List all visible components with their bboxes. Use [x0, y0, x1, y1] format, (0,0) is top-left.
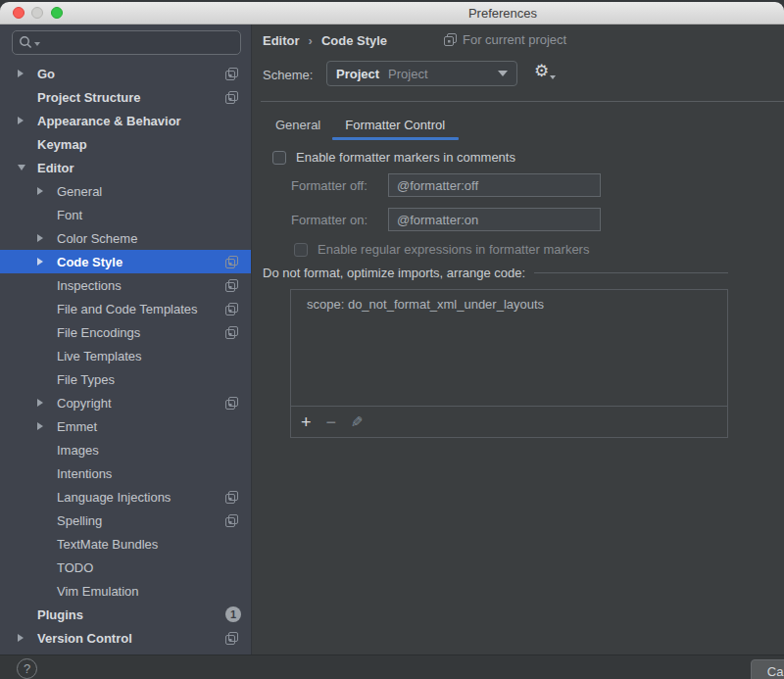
expand-arrow-icon[interactable] — [18, 117, 24, 124]
sidebar-item-label: Go — [37, 67, 55, 81]
sidebar-item-intentions[interactable]: Intentions — [0, 461, 251, 485]
per-project-icon — [225, 397, 238, 410]
do-not-format-label: Do not format, optimize imports, arrange… — [263, 266, 525, 280]
plugins-badge: 1 — [225, 606, 241, 622]
expand-arrow-icon[interactable] — [37, 234, 43, 242]
sidebar-item-font[interactable]: Font — [0, 203, 251, 226]
per-project-icon — [225, 514, 238, 527]
per-project-icon — [444, 33, 457, 46]
scopes-list: scope: do_not_format_xml_under_layouts +… — [290, 289, 728, 438]
sidebar-item-live-templates[interactable]: Live Templates — [0, 344, 251, 367]
sidebar-item-label: Version Control — [37, 631, 132, 646]
per-project-icon — [225, 279, 238, 292]
expand-arrow-icon[interactable] — [18, 165, 25, 170]
scheme-label: Scheme: — [263, 68, 313, 82]
sidebar-item-label: Copyright — [57, 396, 112, 411]
sidebar-item-vim-emulation[interactable]: Vim Emulation — [0, 579, 251, 603]
scopes-list-toolbar: + − ✎ — [291, 406, 727, 437]
sidebar-item-plugins[interactable]: Plugins 1 — [0, 603, 251, 626]
formatter-on-input[interactable] — [388, 208, 601, 231]
sidebar-item-todo[interactable]: TODO — [0, 556, 251, 579]
sidebar-item-inspections[interactable]: Inspections — [0, 273, 251, 297]
sidebar-item-spelling[interactable]: Spelling — [0, 509, 251, 532]
sidebar-item-label: Editor — [37, 161, 74, 175]
per-project-icon — [225, 68, 238, 80]
help-button[interactable]: ? — [17, 658, 37, 679]
breadcrumb-page: Code Style — [321, 33, 387, 48]
cancel-button[interactable]: Cancel — [751, 659, 784, 679]
sidebar-item-version-control[interactable]: Version Control — [0, 626, 251, 650]
search-input[interactable] — [44, 35, 234, 50]
for-current-project-note: For current project — [444, 32, 566, 47]
sidebar-item-color-scheme[interactable]: Color Scheme — [0, 226, 251, 250]
settings-search[interactable] — [12, 30, 241, 55]
enable-regex-label: Enable regular expressions in formatter … — [318, 242, 589, 257]
remove-scope-button[interactable]: − — [326, 413, 337, 431]
per-project-icon — [225, 491, 238, 504]
minimize-window-button[interactable] — [31, 7, 43, 19]
expand-arrow-icon[interactable] — [37, 258, 43, 266]
formatter-off-input[interactable] — [388, 173, 601, 197]
search-icon — [19, 35, 40, 50]
sidebar-item-label: TODO — [57, 560, 93, 575]
sidebar-item-label: Live Templates — [57, 349, 141, 364]
scope-list-item[interactable]: scope: do_not_format_xml_under_layouts — [307, 297, 544, 312]
sidebar-item-label: Color Scheme — [57, 231, 137, 246]
tab-label: General — [275, 118, 320, 132]
sidebar-item-editor[interactable]: Editor — [0, 156, 251, 179]
active-tab-underline — [332, 137, 459, 140]
chevron-down-icon — [498, 71, 508, 76]
expand-arrow-icon[interactable] — [37, 422, 43, 430]
sidebar-item-label: Images — [57, 443, 99, 458]
sidebar-item-project-structure[interactable]: Project Structure — [0, 85, 251, 109]
sidebar-item-label: Appearance & Behavior — [37, 114, 181, 128]
sidebar-item-label: Font — [57, 208, 82, 222]
sidebar-item-label: File and Code Templates — [57, 302, 198, 316]
tab-general[interactable]: General — [275, 118, 320, 132]
sidebar-item-go[interactable]: Go — [0, 62, 251, 85]
sidebar-item-label: Plugins — [37, 607, 83, 622]
expand-arrow-icon[interactable] — [37, 187, 43, 195]
sidebar-item-file-types[interactable]: File Types — [0, 367, 251, 391]
settings-tree: Go Project Structure Appearance & Behavi… — [0, 62, 251, 650]
sidebar-item-textmate-bundles[interactable]: TextMate Bundles — [0, 532, 251, 556]
sidebar-item-general[interactable]: General — [0, 179, 251, 203]
sidebar-item-file-encodings[interactable]: File Encodings — [0, 320, 251, 344]
breadcrumb-section[interactable]: Editor — [263, 33, 300, 48]
per-project-icon — [225, 632, 238, 645]
tab-formatter-control[interactable]: Formatter Control — [345, 118, 445, 132]
header-separator — [261, 101, 784, 102]
macos-titlebar: Preferences — [0, 2, 784, 24]
section-divider-line — [534, 272, 728, 273]
add-scope-button[interactable]: + — [301, 413, 312, 431]
sidebar-item-language-injections[interactable]: Language Injections — [0, 485, 251, 509]
close-window-button[interactable] — [13, 7, 24, 19]
sidebar-item-label: TextMate Bundles — [57, 537, 158, 552]
sidebar-item-appearance-behavior[interactable]: Appearance & Behavior — [0, 109, 251, 132]
edit-scope-button[interactable]: ✎ — [351, 413, 364, 431]
per-project-icon — [225, 256, 238, 268]
scheme-gear-button[interactable]: ⚙ — [534, 63, 549, 79]
sidebar-item-copyright[interactable]: Copyright — [0, 391, 251, 414]
formatter-on-label: Formatter on: — [291, 213, 368, 227]
zoom-window-button[interactable] — [51, 7, 63, 19]
sidebar-item-keymap[interactable]: Keymap — [0, 132, 251, 156]
sidebar-item-label: Intentions — [57, 466, 112, 481]
expand-arrow-icon[interactable] — [37, 399, 43, 407]
sidebar-item-emmet[interactable]: Emmet — [0, 414, 251, 438]
sidebar-item-file-and-code-templates[interactable]: File and Code Templates — [0, 297, 251, 320]
breadcrumb: Editor › Code Style — [263, 33, 387, 48]
scheme-secondary-value: Project — [388, 67, 427, 81]
dialog-footer: ? Cancel — [0, 655, 784, 679]
sidebar-item-code-style[interactable]: Code Style — [0, 250, 251, 273]
sidebar-item-label: File Encodings — [57, 325, 140, 340]
enable-formatter-markers-row: Enable formatter markers in comments — [272, 150, 515, 165]
sidebar-item-images[interactable]: Images — [0, 438, 251, 461]
code-style-tabs: GeneralFormatter Control — [275, 118, 445, 132]
enable-formatter-markers-checkbox[interactable] — [272, 151, 286, 165]
expand-arrow-icon[interactable] — [18, 634, 24, 642]
scheme-dropdown[interactable]: Project Project — [326, 61, 517, 86]
sidebar-item-label: Emmet — [57, 419, 97, 434]
expand-arrow-icon[interactable] — [18, 70, 24, 77]
enable-regex-checkbox[interactable] — [294, 243, 308, 257]
